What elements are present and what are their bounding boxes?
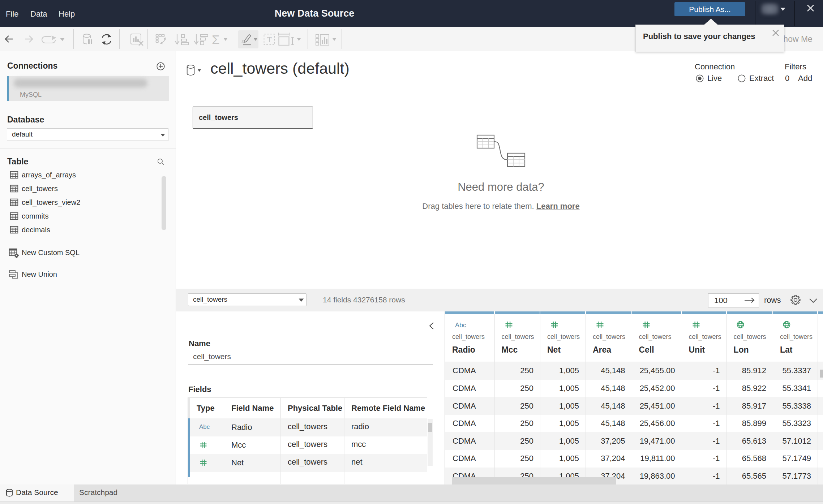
svg-text:T: T [267, 35, 272, 44]
